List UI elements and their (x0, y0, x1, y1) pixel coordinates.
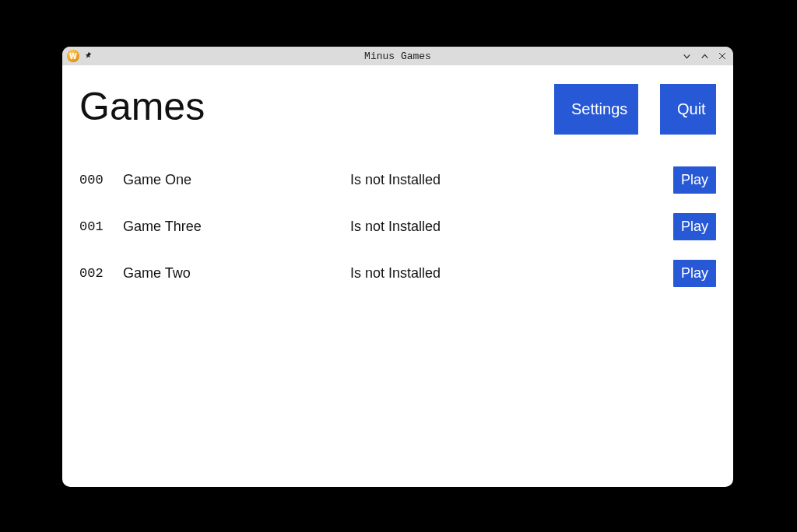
game-row: 001 Game Three Is not Installed Play (79, 203, 716, 250)
game-id: 002 (79, 266, 123, 281)
game-name: Game One (123, 172, 350, 188)
quit-button[interactable]: Quit (660, 84, 716, 135)
app-icon: W (67, 50, 79, 62)
game-status: Is not Installed (350, 219, 673, 235)
header-row: Games Settings Quit (79, 84, 716, 135)
game-status: Is not Installed (350, 265, 673, 282)
content-area: Games Settings Quit 000 Game One Is not … (62, 65, 733, 487)
play-button[interactable]: Play (673, 260, 716, 287)
close-icon[interactable] (718, 51, 727, 61)
titlebar-left: W (62, 50, 93, 62)
game-id: 000 (79, 173, 123, 187)
maximize-icon[interactable] (700, 51, 710, 61)
game-list: 000 Game One Is not Installed Play 001 G… (79, 156, 716, 296)
game-row: 000 Game One Is not Installed Play (79, 156, 716, 203)
game-status: Is not Installed (350, 172, 673, 188)
minimize-icon[interactable] (682, 51, 692, 61)
settings-button[interactable]: Settings (554, 84, 638, 135)
window-controls (682, 51, 727, 61)
game-name: Game Two (123, 265, 350, 282)
titlebar: W Minus Games (62, 47, 733, 65)
game-name: Game Three (123, 219, 350, 235)
page-title: Games (79, 84, 205, 128)
game-row: 002 Game Two Is not Installed Play (79, 250, 716, 296)
play-button[interactable]: Play (673, 213, 716, 240)
game-id: 001 (79, 219, 123, 234)
app-window: W Minus Games Games Settings Quit (62, 47, 733, 487)
play-button[interactable]: Play (673, 166, 716, 194)
pin-icon[interactable] (84, 51, 93, 61)
window-title: Minus Games (364, 51, 431, 62)
header-buttons: Settings Quit (554, 84, 716, 135)
